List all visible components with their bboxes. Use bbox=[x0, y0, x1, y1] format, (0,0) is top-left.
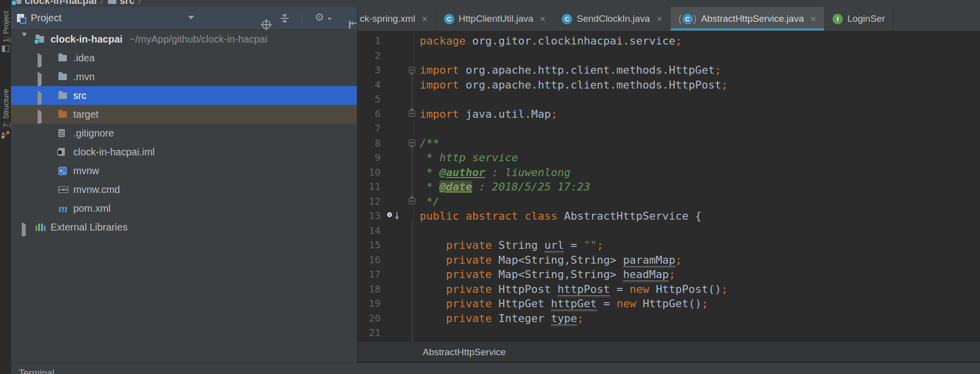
tree-expand-arrow[interactable] bbox=[38, 55, 42, 67]
editor-tab-abstracthttpservice-java[interactable]: (C)AbstractHttpService.java× bbox=[671, 7, 825, 31]
implemented-marker-icon[interactable] bbox=[387, 212, 392, 217]
gutter-line-number: 19 bbox=[357, 296, 381, 311]
cmd-file-icon: CMD bbox=[58, 187, 68, 193]
tree-expand-arrow[interactable] bbox=[38, 74, 42, 86]
code-line[interactable]: public abstract class AbstractHttpServic… bbox=[420, 209, 728, 224]
chevron-collapsed-icon bbox=[38, 109, 42, 124]
project-view-icon bbox=[17, 14, 24, 22]
code-line[interactable]: private Map<String,String> headMap; bbox=[420, 267, 728, 282]
editor-tab-ck-spring-xml[interactable]: ck-spring.xml× bbox=[357, 7, 436, 31]
tree-row-clock-in-hacpai[interactable]: clock-in-hacpai~/myApp/github/clock-in-h… bbox=[11, 30, 357, 48]
tree-expand-arrow[interactable] bbox=[22, 37, 27, 48]
chevron-collapsed-icon bbox=[38, 72, 42, 86]
gear-icon[interactable]: ⚙ bbox=[315, 12, 324, 23]
editor-tab-sendclockin-java[interactable]: CSendClockIn.java× bbox=[554, 7, 671, 31]
project-folder-icon bbox=[13, 0, 21, 4]
code-line[interactable]: package org.gitor.clockinhacpai.service; bbox=[420, 34, 728, 48]
fold-end-icon[interactable] bbox=[409, 110, 415, 117]
folder-icon bbox=[58, 55, 67, 61]
code-line[interactable] bbox=[420, 326, 728, 340]
code-line[interactable] bbox=[420, 224, 728, 238]
tree-row--idea[interactable]: .idea bbox=[11, 48, 357, 67]
chevron-down-icon[interactable] bbox=[188, 16, 194, 19]
tree-item-label: src bbox=[73, 90, 87, 101]
gutter-line-number: 11 bbox=[357, 180, 381, 194]
tree-item-label: mvnw.cmd bbox=[73, 184, 120, 195]
stripe-button-project[interactable]: 1: Project bbox=[0, 11, 11, 52]
code-line[interactable]: * @author : liuwenlong bbox=[420, 165, 728, 180]
gutter-line-number: 15 bbox=[357, 238, 381, 253]
gutter-separator bbox=[414, 31, 414, 342]
code-line[interactable] bbox=[420, 121, 728, 136]
tree-row--gitignore[interactable]: .gitignore bbox=[11, 124, 357, 142]
field-identifier: url bbox=[544, 239, 564, 252]
fold-end-icon[interactable] bbox=[409, 198, 415, 204]
code-line[interactable] bbox=[420, 92, 728, 107]
tree-row-clock-in-hacpai-iml[interactable]: clock-in-hacpai.iml bbox=[11, 142, 357, 161]
code-line[interactable]: * http service bbox=[420, 150, 728, 165]
tree-row-src[interactable]: src bbox=[11, 86, 357, 105]
fold-collapse-icon[interactable] bbox=[409, 140, 415, 146]
gutter-line-number: 10 bbox=[357, 165, 381, 180]
tree-expand-arrow[interactable] bbox=[38, 93, 42, 104]
code-line[interactable]: private HttpGet httpGet = new HttpGet(); bbox=[420, 296, 728, 311]
gutter-line-number: 18 bbox=[357, 282, 381, 297]
project-path-label: ~/myApp/github/clock-in-hacpai bbox=[130, 34, 267, 45]
breadcrumb: clock-in-hacpai/src/ bbox=[13, 0, 146, 7]
gear-chevron-icon[interactable] bbox=[328, 18, 332, 20]
fold-range-line bbox=[412, 147, 412, 197]
stripe-button-structure[interactable]: 7: Structure bbox=[0, 89, 11, 139]
editor-tab-loginser[interactable]: ILoginSer bbox=[825, 7, 893, 31]
code-line[interactable]: /** bbox=[420, 136, 728, 151]
code-line[interactable]: import org.apache.http.client.methods.Ht… bbox=[420, 78, 728, 93]
project-panel-header: Project ⚙ bbox=[11, 7, 357, 30]
tree-row-mvnw-cmd[interactable]: CMDmvnw.cmd bbox=[11, 180, 357, 199]
tree-row-mvnw[interactable]: >_mvnw bbox=[11, 161, 357, 180]
tree-row-pom-xml[interactable]: mpom.xml bbox=[11, 199, 357, 218]
code-line[interactable] bbox=[420, 48, 728, 63]
fold-collapse-icon[interactable] bbox=[409, 67, 415, 73]
navigation-breadcrumb-bar: clock-in-hacpai/src/ bbox=[11, 0, 980, 7]
gutter-line-number: 7 bbox=[357, 121, 381, 136]
close-icon[interactable]: × bbox=[422, 13, 428, 25]
shell-script-icon: >_ bbox=[58, 167, 67, 175]
tree-row-external-libraries[interactable]: External Libraries bbox=[11, 218, 357, 236]
hide-panel-icon[interactable] bbox=[348, 20, 357, 29]
code-line[interactable]: private HttpPost httpPost = new HttpPost… bbox=[420, 282, 728, 297]
breadcrumb-class-item[interactable]: AbstractHttpService bbox=[423, 347, 506, 358]
gutter-line-number: 20 bbox=[357, 311, 381, 326]
code-line[interactable]: import org.apache.http.client.methods.Ht… bbox=[420, 63, 728, 78]
libraries-icon bbox=[36, 223, 46, 231]
collapse-all-icon[interactable] bbox=[280, 13, 289, 23]
terminal-tool-window-header[interactable]: Terminal bbox=[11, 363, 980, 374]
breadcrumb-item[interactable]: clock-in-hacpai bbox=[13, 0, 97, 6]
field-identifier: headMap bbox=[623, 268, 669, 281]
gutter-line-number: 6 bbox=[357, 107, 381, 122]
interface-icon: I bbox=[833, 14, 843, 24]
code-line[interactable]: private Integer type; bbox=[420, 311, 728, 326]
gutter-line-number: 5 bbox=[357, 92, 381, 107]
field-identifier: paramMap bbox=[623, 254, 676, 267]
module-file-icon bbox=[58, 148, 65, 156]
tree-row-target[interactable]: target bbox=[11, 105, 357, 124]
breadcrumb-separator: / bbox=[137, 0, 143, 7]
code-line[interactable]: */ bbox=[420, 194, 728, 209]
close-icon[interactable]: × bbox=[540, 13, 546, 25]
locate-icon[interactable] bbox=[262, 20, 271, 29]
breadcrumb-item[interactable]: src bbox=[108, 0, 135, 6]
code-editor[interactable]: package org.gitor.clockinhacpai.service;… bbox=[420, 34, 728, 340]
tree-expand-arrow[interactable] bbox=[22, 225, 26, 236]
tree-row--mvn[interactable]: .mvn bbox=[11, 67, 357, 86]
tree-item-label: clock-in-hacpai~/myApp/github/clock-in-h… bbox=[50, 34, 267, 45]
code-line[interactable]: private Map<String,String> paramMap; bbox=[420, 253, 728, 268]
code-line[interactable]: private String url = ""; bbox=[420, 238, 728, 253]
tree-expand-arrow[interactable] bbox=[38, 112, 42, 123]
chevron-collapsed-icon bbox=[22, 222, 26, 236]
fold-range-line bbox=[412, 220, 412, 341]
close-icon[interactable]: × bbox=[656, 13, 662, 25]
code-line[interactable]: * @date : 2018/5/25 17:23 bbox=[420, 180, 728, 194]
tab-label: HttpClientUtil.java bbox=[459, 13, 534, 24]
close-icon[interactable]: × bbox=[810, 13, 816, 25]
code-line[interactable]: import java.util.Map; bbox=[420, 107, 728, 122]
editor-tab-httpclientutil-java[interactable]: CHttpClientUtil.java× bbox=[436, 7, 554, 31]
